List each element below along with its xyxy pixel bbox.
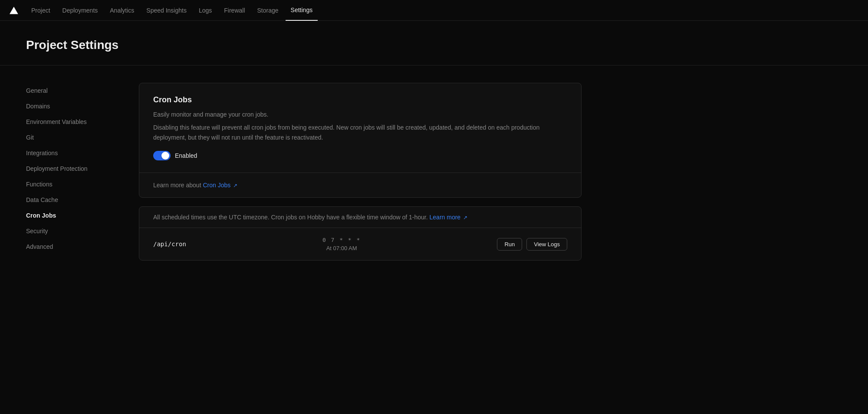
nav-item-storage[interactable]: Storage (252, 0, 284, 21)
cron-jobs-desc: Easily monitor and manage your cron jobs… (153, 110, 567, 119)
cron-job-row: /api/cron 0 7 * * * At 07:00 AM Run View… (139, 228, 581, 260)
sidebar-item-advanced[interactable]: Advanced (26, 239, 113, 254)
info-banner-learn-more-link[interactable]: Learn more ↗ (430, 214, 467, 221)
nav-item-firewall[interactable]: Firewall (219, 0, 250, 21)
top-nav: Project Deployments Analytics Speed Insi… (0, 0, 868, 21)
nav-item-project[interactable]: Project (26, 0, 56, 21)
nav-item-analytics[interactable]: Analytics (105, 0, 139, 21)
cron-jobs-toggle-label: Enabled (175, 152, 197, 159)
sidebar-item-general[interactable]: General (26, 83, 113, 98)
external-link-icon: ↗ (233, 183, 237, 189)
content-area: Cron Jobs Easily monitor and manage your… (139, 83, 582, 261)
nav-item-speed-insights[interactable]: Speed Insights (141, 0, 192, 21)
cron-jobs-card-footer: Learn more about Cron Jobs ↗ (139, 173, 581, 197)
sidebar-item-data-cache[interactable]: Data Cache (26, 192, 113, 208)
cron-view-logs-button[interactable]: View Logs (526, 238, 567, 251)
cron-jobs-info-banner: All scheduled times use the UTC timezone… (139, 207, 581, 228)
sidebar-item-deployment-protection[interactable]: Deployment Protection (26, 161, 113, 176)
sidebar-item-functions[interactable]: Functions (26, 176, 113, 192)
sidebar-item-environment-variables[interactable]: Environment Variables (26, 114, 113, 130)
sidebar-item-git[interactable]: Git (26, 130, 113, 145)
main-layout: General Domains Environment Variables Gi… (0, 65, 608, 278)
info-banner-text: All scheduled times use the UTC timezone… (153, 214, 430, 221)
sidebar: General Domains Environment Variables Gi… (26, 83, 113, 261)
cron-job-expression: 0 7 * * * (322, 237, 361, 243)
cron-jobs-toggle[interactable] (153, 151, 171, 160)
cron-jobs-title: Cron Jobs (153, 95, 567, 104)
nav-item-logs[interactable]: Logs (194, 0, 217, 21)
cron-job-schedule: 0 7 * * * At 07:00 AM (322, 237, 361, 251)
cron-job-path: /api/cron (153, 241, 186, 248)
sidebar-item-integrations[interactable]: Integrations (26, 145, 113, 161)
cron-job-human-time: At 07:00 AM (326, 245, 357, 251)
sidebar-item-security[interactable]: Security (26, 223, 113, 239)
info-external-link-icon: ↗ (463, 215, 467, 221)
cron-jobs-table-card: All scheduled times use the UTC timezone… (139, 206, 582, 261)
page-header: Project Settings (0, 21, 868, 65)
cron-jobs-desc-detail: Disabling this feature will prevent all … (153, 123, 567, 142)
sidebar-item-cron-jobs[interactable]: Cron Jobs (26, 208, 113, 223)
cron-jobs-toggle-row: Enabled (153, 151, 567, 160)
nav-item-deployments[interactable]: Deployments (57, 0, 103, 21)
nav-item-settings[interactable]: Settings (286, 0, 318, 21)
logo (9, 5, 19, 16)
page-title: Project Settings (26, 38, 842, 52)
cron-job-actions: Run View Logs (497, 238, 567, 251)
cron-jobs-card: Cron Jobs Easily monitor and manage your… (139, 83, 582, 198)
toggle-knob (161, 152, 169, 160)
cron-jobs-card-body: Cron Jobs Easily monitor and manage your… (139, 83, 581, 173)
sidebar-item-domains[interactable]: Domains (26, 98, 113, 114)
cron-run-button[interactable]: Run (497, 238, 522, 251)
cron-jobs-learn-more-link[interactable]: Cron Jobs ↗ (203, 182, 237, 189)
learn-more-prefix: Learn more about (153, 182, 203, 189)
